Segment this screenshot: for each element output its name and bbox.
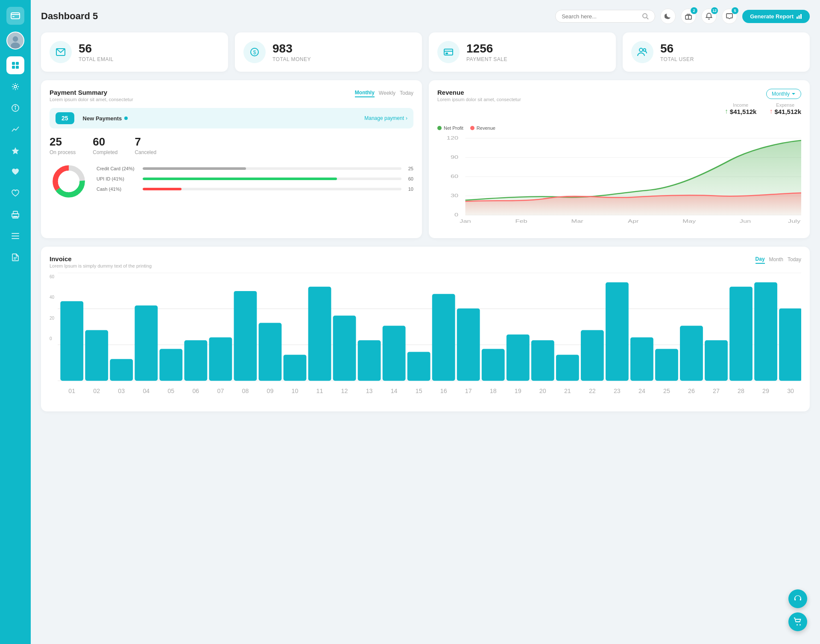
sidebar-item-print[interactable]: [6, 206, 24, 224]
search-input[interactable]: [562, 13, 638, 20]
invoice-bar: [209, 337, 232, 381]
sidebar-item-heart2[interactable]: [6, 184, 24, 202]
chat-btn[interactable]: 5: [722, 9, 737, 24]
donut-progress-section: Credit Card (24%) 25 UPI ID (41%) 60 Cas…: [50, 162, 413, 201]
sidebar-item-info[interactable]: [6, 99, 24, 117]
sidebar-item-menu[interactable]: [6, 227, 24, 245]
invoice-bar: [779, 309, 801, 381]
legend-item: Net Profit: [437, 125, 463, 131]
float-buttons: [788, 589, 807, 631]
revenue-title: Revenue: [437, 89, 521, 96]
svg-point-21: [643, 14, 647, 18]
moon-icon: [665, 13, 671, 20]
sidebar-item-analytics[interactable]: [6, 120, 24, 138]
stat-icon-user: [631, 41, 653, 63]
invoice-tab-day[interactable]: Day: [756, 255, 765, 264]
invoice-bar: [705, 340, 728, 381]
svg-text:30: 30: [451, 193, 459, 198]
revenue-dropdown[interactable]: Monthly: [766, 89, 801, 99]
svg-text:19: 19: [515, 388, 521, 394]
generate-report-button[interactable]: Generate Report: [742, 10, 810, 23]
avatar[interactable]: [6, 32, 24, 50]
invoice-bar: [680, 326, 703, 381]
sidebar-item-heart[interactable]: [6, 163, 24, 181]
stat-card-user: 56 TOTAL USER: [623, 32, 810, 72]
sidebar-item-document[interactable]: [6, 248, 24, 266]
svg-text:18: 18: [490, 388, 497, 394]
invoice-y-axis: 0 20 40 60: [50, 273, 58, 341]
svg-text:90: 90: [451, 155, 459, 160]
cart-float-btn[interactable]: [788, 612, 807, 631]
invoice-bars-svg: 0102030405060708091011121314151617181920…: [58, 273, 801, 401]
chat-icon: [726, 13, 733, 20]
support-float-btn[interactable]: [788, 589, 807, 608]
headset-icon: [794, 594, 802, 603]
svg-text:0: 0: [454, 213, 459, 217]
svg-rect-15: [14, 216, 17, 217]
payment-stat-completed: 60 Completed: [93, 135, 117, 155]
svg-rect-26: [799, 15, 800, 19]
stat-icon-money: $: [243, 41, 266, 63]
invoice-bar: [358, 340, 381, 381]
theme-toggle-btn[interactable]: [660, 9, 676, 24]
svg-text:13: 13: [366, 388, 373, 394]
gift-btn[interactable]: 2: [681, 9, 696, 24]
sidebar-item-settings[interactable]: [6, 78, 24, 96]
invoice-bar: [60, 301, 83, 381]
bell-btn[interactable]: 12: [701, 9, 717, 24]
payment-tab-weekly[interactable]: Weekly: [379, 89, 395, 97]
invoice-tab-today[interactable]: Today: [788, 255, 801, 264]
svg-rect-1: [12, 16, 15, 17]
invoice-tab-group: DayMonthToday: [756, 255, 801, 264]
bell-badge: 12: [711, 7, 718, 14]
stat-number-money: 983: [272, 42, 311, 55]
manage-payment-link[interactable]: Manage payment ›: [364, 115, 407, 121]
svg-point-9: [14, 85, 17, 88]
new-payment-row: 25 New Payments Manage payment ›: [50, 108, 413, 128]
chat-badge: 5: [732, 7, 738, 14]
invoice-bar: [507, 335, 530, 381]
invoice-bar: [457, 309, 480, 381]
svg-text:May: May: [682, 219, 696, 224]
invoice-bar: [432, 294, 455, 381]
invoice-bar: [284, 355, 307, 381]
invoice-bar: [754, 283, 777, 381]
invoice-bar: [556, 355, 579, 381]
stat-info-payment: 1256 PAYMENT SALE: [466, 42, 507, 62]
svg-text:14: 14: [391, 388, 398, 394]
stat-number-email: 56: [79, 42, 114, 55]
header: Dashboard 5 2 12: [41, 9, 810, 24]
sidebar-item-star[interactable]: [6, 142, 24, 160]
search-icon: [642, 13, 649, 20]
sidebar: [0, 0, 31, 644]
invoice-bar: [531, 340, 554, 381]
payment-tab-monthly[interactable]: Monthly: [355, 89, 375, 97]
svg-text:Apr: Apr: [628, 219, 639, 224]
svg-rect-8: [16, 66, 19, 69]
svg-rect-5: [12, 62, 15, 65]
stat-card-email: 56 TOTAL EMAIL: [41, 32, 228, 72]
search-bar[interactable]: [555, 10, 655, 23]
svg-point-12: [15, 106, 16, 107]
svg-point-39: [58, 171, 79, 192]
svg-text:29: 29: [762, 388, 769, 394]
svg-rect-7: [12, 66, 15, 69]
new-payment-count: 25: [56, 112, 74, 124]
income-label: Income: [725, 102, 757, 108]
svg-text:July: July: [788, 219, 800, 224]
chart-icon: [796, 13, 802, 19]
income-expense: Income ↑ $41,512k Expense ↑ $41,512k: [725, 102, 801, 115]
invoice-tab-month[interactable]: Month: [769, 255, 783, 264]
sidebar-logo[interactable]: [6, 7, 24, 25]
svg-point-34: [639, 48, 643, 52]
svg-point-3: [13, 36, 18, 42]
payment-tab-today[interactable]: Today: [400, 89, 413, 97]
stat-card-money: $ 983 TOTAL MONEY: [235, 32, 422, 72]
gift-icon: [685, 13, 692, 20]
svg-text:30: 30: [787, 388, 794, 394]
payment-summary-subtitle: Lorem ipsum dolor sit amet, consectetur: [50, 97, 133, 102]
svg-line-22: [647, 17, 648, 19]
sidebar-item-dashboard[interactable]: [6, 56, 24, 74]
stat-info-user: 56 TOTAL USER: [660, 42, 694, 62]
invoice-title: Invoice: [50, 255, 152, 262]
